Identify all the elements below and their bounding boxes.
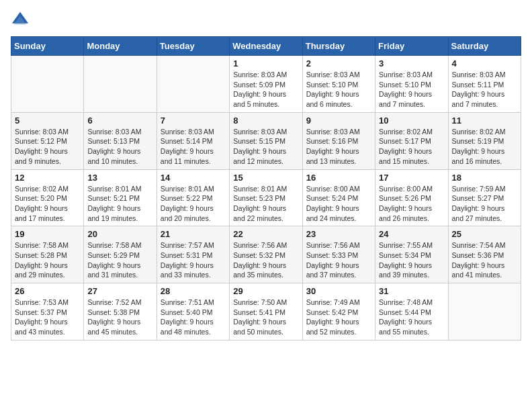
day-number: 2: [306, 58, 371, 68]
day-number: 28: [161, 286, 226, 296]
calendar-cell: 26Sunrise: 7:53 AMSunset: 5:37 PMDayligh…: [11, 283, 84, 340]
day-info: Sunrise: 8:03 AMSunset: 5:13 PMDaylight:…: [87, 127, 152, 167]
calendar-cell: 21Sunrise: 7:57 AMSunset: 5:31 PMDayligh…: [157, 226, 229, 283]
day-info: Sunrise: 8:03 AMSunset: 5:16 PMDaylight:…: [306, 127, 371, 167]
calendar-cell: 25Sunrise: 7:54 AMSunset: 5:36 PMDayligh…: [448, 226, 521, 283]
calendar-cell: 10Sunrise: 8:02 AMSunset: 5:17 PMDayligh…: [375, 112, 448, 169]
day-number: 4: [452, 58, 517, 68]
day-info: Sunrise: 7:49 AMSunset: 5:42 PMDaylight:…: [306, 298, 371, 337]
day-info: Sunrise: 8:03 AMSunset: 5:09 PMDaylight:…: [233, 70, 298, 109]
calendar-cell: [157, 56, 229, 113]
calendar-cell: 17Sunrise: 8:00 AMSunset: 5:26 PMDayligh…: [375, 169, 448, 226]
calendar-week-row: 1Sunrise: 8:03 AMSunset: 5:09 PMDaylight…: [11, 56, 521, 113]
day-number: 30: [306, 286, 371, 296]
day-number: 18: [452, 173, 517, 183]
day-info: Sunrise: 8:02 AMSunset: 5:20 PMDaylight:…: [15, 184, 80, 224]
day-info: Sunrise: 8:03 AMSunset: 5:10 PMDaylight:…: [306, 70, 371, 109]
day-info: Sunrise: 8:03 AMSunset: 5:14 PMDaylight:…: [161, 127, 226, 167]
weekday-header-thursday: Thursday: [302, 37, 375, 56]
day-number: 7: [161, 116, 226, 126]
day-number: 3: [379, 58, 444, 68]
calendar-cell: [448, 283, 521, 340]
day-info: Sunrise: 8:01 AMSunset: 5:22 PMDaylight:…: [161, 184, 226, 224]
day-number: 12: [15, 173, 80, 183]
weekday-header-monday: Monday: [84, 37, 157, 56]
calendar-cell: 2Sunrise: 8:03 AMSunset: 5:10 PMDaylight…: [302, 56, 375, 113]
calendar-cell: 12Sunrise: 8:02 AMSunset: 5:20 PMDayligh…: [11, 169, 84, 226]
day-info: Sunrise: 8:03 AMSunset: 5:15 PMDaylight:…: [233, 127, 298, 167]
day-info: Sunrise: 7:50 AMSunset: 5:41 PMDaylight:…: [233, 298, 298, 337]
day-info: Sunrise: 7:55 AMSunset: 5:34 PMDaylight:…: [379, 240, 444, 280]
day-info: Sunrise: 8:01 AMSunset: 5:21 PMDaylight:…: [87, 184, 152, 224]
calendar-cell: [11, 56, 84, 113]
day-number: 1: [233, 58, 298, 68]
day-info: Sunrise: 7:48 AMSunset: 5:44 PMDaylight:…: [379, 298, 444, 337]
calendar-cell: 22Sunrise: 7:56 AMSunset: 5:32 PMDayligh…: [230, 226, 302, 283]
calendar-cell: 29Sunrise: 7:50 AMSunset: 5:41 PMDayligh…: [230, 283, 302, 340]
day-number: 29: [233, 286, 298, 296]
calendar-cell: 16Sunrise: 8:00 AMSunset: 5:24 PMDayligh…: [302, 169, 375, 226]
calendar-cell: 3Sunrise: 8:03 AMSunset: 5:10 PMDaylight…: [375, 56, 448, 113]
calendar-cell: 4Sunrise: 8:03 AMSunset: 5:11 PMDaylight…: [448, 56, 521, 113]
weekday-header-saturday: Saturday: [448, 37, 521, 56]
day-number: 20: [87, 229, 152, 239]
day-number: 26: [15, 286, 80, 296]
calendar-week-row: 19Sunrise: 7:58 AMSunset: 5:28 PMDayligh…: [11, 226, 521, 283]
day-number: 9: [306, 116, 371, 126]
calendar-cell: 11Sunrise: 8:02 AMSunset: 5:19 PMDayligh…: [448, 112, 521, 169]
weekday-header-tuesday: Tuesday: [157, 37, 229, 56]
day-number: 8: [233, 116, 298, 126]
day-info: Sunrise: 7:58 AMSunset: 5:29 PMDaylight:…: [87, 240, 152, 280]
day-info: Sunrise: 8:03 AMSunset: 5:11 PMDaylight:…: [452, 70, 517, 109]
day-info: Sunrise: 7:59 AMSunset: 5:27 PMDaylight:…: [452, 184, 517, 224]
day-number: 17: [379, 173, 444, 183]
calendar-cell: 23Sunrise: 7:56 AMSunset: 5:33 PMDayligh…: [302, 226, 375, 283]
day-info: Sunrise: 8:00 AMSunset: 5:26 PMDaylight:…: [379, 184, 444, 224]
calendar-cell: 27Sunrise: 7:52 AMSunset: 5:38 PMDayligh…: [84, 283, 157, 340]
calendar-cell: 19Sunrise: 7:58 AMSunset: 5:28 PMDayligh…: [11, 226, 84, 283]
day-number: 6: [87, 116, 152, 126]
day-number: 11: [452, 116, 517, 126]
day-number: 25: [452, 229, 517, 239]
day-number: 5: [15, 116, 80, 126]
day-info: Sunrise: 7:57 AMSunset: 5:31 PMDaylight:…: [161, 240, 226, 280]
day-info: Sunrise: 7:51 AMSunset: 5:40 PMDaylight:…: [161, 298, 226, 337]
day-info: Sunrise: 7:54 AMSunset: 5:36 PMDaylight:…: [452, 240, 517, 280]
calendar-cell: [84, 56, 157, 113]
weekday-header-sunday: Sunday: [11, 37, 84, 56]
calendar-table: SundayMondayTuesdayWednesdayThursdayFrid…: [11, 36, 521, 340]
calendar-cell: 15Sunrise: 8:01 AMSunset: 5:23 PMDayligh…: [230, 169, 302, 226]
day-info: Sunrise: 8:03 AMSunset: 5:12 PMDaylight:…: [15, 127, 80, 167]
calendar-cell: 31Sunrise: 7:48 AMSunset: 5:44 PMDayligh…: [375, 283, 448, 340]
calendar-cell: 5Sunrise: 8:03 AMSunset: 5:12 PMDaylight…: [11, 112, 84, 169]
day-info: Sunrise: 8:00 AMSunset: 5:24 PMDaylight:…: [306, 184, 371, 224]
day-info: Sunrise: 8:01 AMSunset: 5:23 PMDaylight:…: [233, 184, 298, 224]
day-info: Sunrise: 7:56 AMSunset: 5:33 PMDaylight:…: [306, 240, 371, 280]
calendar-cell: 14Sunrise: 8:01 AMSunset: 5:22 PMDayligh…: [157, 169, 229, 226]
calendar-cell: 28Sunrise: 7:51 AMSunset: 5:40 PMDayligh…: [157, 283, 229, 340]
logo-icon: [11, 11, 30, 30]
weekday-header-friday: Friday: [375, 37, 448, 56]
calendar-week-row: 12Sunrise: 8:02 AMSunset: 5:20 PMDayligh…: [11, 169, 521, 226]
page-header: [11, 11, 521, 30]
calendar-cell: 6Sunrise: 8:03 AMSunset: 5:13 PMDaylight…: [84, 112, 157, 169]
weekday-header-wednesday: Wednesday: [230, 37, 302, 56]
day-number: 15: [233, 173, 298, 183]
day-info: Sunrise: 8:02 AMSunset: 5:19 PMDaylight:…: [452, 127, 517, 167]
day-number: 24: [379, 229, 444, 239]
weekday-header-row: SundayMondayTuesdayWednesdayThursdayFrid…: [11, 37, 521, 56]
day-number: 14: [161, 173, 226, 183]
day-number: 21: [161, 229, 226, 239]
calendar-cell: 7Sunrise: 8:03 AMSunset: 5:14 PMDaylight…: [157, 112, 229, 169]
day-info: Sunrise: 7:53 AMSunset: 5:37 PMDaylight:…: [15, 298, 80, 337]
day-info: Sunrise: 7:58 AMSunset: 5:28 PMDaylight:…: [15, 240, 80, 280]
calendar-cell: 24Sunrise: 7:55 AMSunset: 5:34 PMDayligh…: [375, 226, 448, 283]
day-number: 10: [379, 116, 444, 126]
day-number: 31: [379, 286, 444, 296]
day-info: Sunrise: 8:03 AMSunset: 5:10 PMDaylight:…: [379, 70, 444, 109]
day-info: Sunrise: 7:56 AMSunset: 5:32 PMDaylight:…: [233, 240, 298, 280]
calendar-cell: 1Sunrise: 8:03 AMSunset: 5:09 PMDaylight…: [230, 56, 302, 113]
day-number: 16: [306, 173, 371, 183]
calendar-cell: 13Sunrise: 8:01 AMSunset: 5:21 PMDayligh…: [84, 169, 157, 226]
day-info: Sunrise: 8:02 AMSunset: 5:17 PMDaylight:…: [379, 127, 444, 167]
